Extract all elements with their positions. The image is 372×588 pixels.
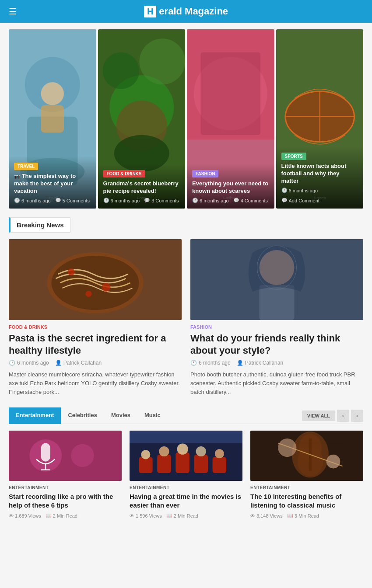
- svg-point-9: [102, 52, 139, 89]
- card-title-3: Little known facts about football and wh…: [281, 163, 358, 185]
- svg-point-61: [326, 455, 340, 469]
- breaking-category-1: FASHION: [190, 324, 363, 330]
- card-meta-1: 🕐 6 months ago 💬 3 Comments: [103, 198, 180, 203]
- breaking-card-1[interactable]: FASHION What do your friends really thin…: [190, 239, 363, 397]
- ent-meta-1: 👁 1,596 Views 📖 2 Min Read: [130, 513, 242, 518]
- svg-point-51: [177, 444, 188, 455]
- svg-point-50: [159, 446, 169, 456]
- breaking-news-title: Breaking News: [9, 217, 70, 233]
- breaking-title-1: What do your friends really think about …: [190, 332, 363, 356]
- entertainment-grid: ENTERTAINMENT Start recording like a pro…: [9, 431, 363, 518]
- breaking-excerpt-0: Master cleanse mumblecore sriracha, what…: [9, 370, 182, 397]
- breaking-category-0: FOOD & DRINKS: [9, 324, 182, 330]
- card-meta-2: 🕐 6 months ago 💬 4 Comments: [192, 198, 269, 203]
- svg-point-10: [139, 38, 185, 84]
- card-overlay-2: FASHION Everything you ever need to know…: [187, 164, 274, 209]
- card-title-0: 📷 The simplest way to make the best of y…: [14, 173, 91, 195]
- ent-category-2: ENTERTAINMENT: [250, 485, 363, 490]
- svg-rect-47: [194, 455, 208, 473]
- ent-img-0: [9, 431, 122, 481]
- entertainment-section: Entertainment Celebrities Movies Music V…: [9, 407, 363, 518]
- svg-rect-46: [175, 452, 190, 473]
- svg-rect-44: [139, 457, 153, 473]
- ent-title-0: Start recording like a pro with the help…: [9, 492, 122, 509]
- ent-card-1[interactable]: ENTERTAINMENT Having a great time in the…: [130, 431, 242, 518]
- breaking-meta-0: 🕐 6 months ago 👤 Patrick Callahan: [9, 360, 182, 366]
- svg-point-52: [196, 446, 206, 456]
- top-card-1[interactable]: Food FOOD & DRINKS Grandma's secret blue…: [98, 29, 186, 209]
- view-all-button[interactable]: VIEW ALL: [302, 411, 335, 421]
- svg-rect-54: [130, 431, 242, 443]
- svg-rect-48: [213, 457, 227, 473]
- svg-point-53: [215, 449, 224, 459]
- svg-rect-17: [201, 52, 261, 135]
- card-title-1: Grandma's secret blueberry pie recipe re…: [103, 180, 180, 195]
- ent-card-0[interactable]: ENTERTAINMENT Start recording like a pro…: [9, 431, 122, 518]
- entertainment-tab-bar: Entertainment Celebrities Movies Music V…: [9, 407, 363, 424]
- breaking-img-0: [9, 239, 182, 320]
- svg-rect-31: [9, 239, 182, 320]
- card-badge-0: TRAVEL: [14, 163, 38, 170]
- tab-entertainment[interactable]: Entertainment: [9, 407, 61, 424]
- svg-rect-37: [9, 431, 122, 481]
- breaking-title-0: Pasta is the secret ingredient for a hea…: [9, 332, 182, 356]
- top-cards-grid: Travel TRAVEL 📷 The simplest way to make…: [9, 29, 363, 209]
- card-badge-3: SPORTS: [281, 153, 306, 160]
- card-overlay-3: SPORTS Little known facts about football…: [276, 146, 364, 209]
- tab-movies[interactable]: Movies: [104, 407, 137, 424]
- tab-controls: VIEW ALL ‹ ›: [302, 410, 363, 422]
- card-title-2: Everything you ever need to known about …: [192, 180, 269, 195]
- breaking-excerpt-1: Photo booth butcher authentic, quinoa gl…: [190, 370, 363, 397]
- breaking-meta-1: 🕐 6 months ago 👤 Patrick Callahan: [190, 360, 363, 366]
- top-card-2[interactable]: Fashion FASHION Everything you ever need…: [187, 29, 274, 209]
- ent-meta-0: 👁 1,689 Views 📖 2 Min Read: [9, 513, 122, 518]
- svg-point-42: [71, 444, 94, 467]
- svg-rect-35: [260, 285, 295, 320]
- ent-img-1: [130, 431, 242, 481]
- ent-category-1: ENTERTAINMENT: [130, 485, 242, 490]
- card-overlay-0: TRAVEL 📷 The simplest way to make the be…: [9, 157, 96, 209]
- menu-icon[interactable]: ☰: [9, 6, 17, 17]
- card-badge-1: FOOD & DRINKS: [103, 170, 145, 177]
- breaking-img-1: [190, 239, 363, 320]
- card-overlay-1: FOOD & DRINKS Grandma's secret blueberry…: [98, 164, 186, 209]
- breaking-news-grid: FOOD & DRINKS Pasta is the secret ingred…: [9, 239, 363, 397]
- svg-rect-39: [41, 443, 50, 462]
- prev-button[interactable]: ‹: [337, 410, 349, 422]
- card-badge-2: FASHION: [192, 170, 218, 177]
- tab-music[interactable]: Music: [137, 407, 168, 424]
- logo-text: erald Magazine: [159, 6, 228, 17]
- site-logo[interactable]: H erald Magazine: [144, 6, 228, 17]
- logo-h: H: [144, 6, 156, 17]
- top-card-3[interactable]: Sports SPORTS Little known facts about f…: [276, 29, 364, 209]
- breaking-card-0[interactable]: FOOD & DRINKS Pasta is the secret ingred…: [9, 239, 182, 397]
- svg-rect-5: [41, 105, 64, 133]
- ent-category-0: ENTERTAINMENT: [9, 485, 122, 490]
- svg-point-4: [41, 82, 64, 105]
- top-card-0[interactable]: Travel TRAVEL 📷 The simplest way to make…: [9, 29, 96, 209]
- card-meta-0: 🕐 6 months ago 💬 5 Comments: [14, 198, 91, 203]
- svg-point-49: [141, 450, 150, 459]
- svg-point-62: [278, 438, 296, 457]
- ent-card-2[interactable]: ENTERTAINMENT The 10 interesting benefit…: [250, 431, 363, 518]
- ent-title-2: The 10 interesting benefits of listening…: [250, 492, 363, 509]
- ent-title-1: Having a great time in the movies is eas…: [130, 492, 242, 509]
- site-header: ☰ H erald Magazine: [0, 0, 372, 23]
- tab-celebrities[interactable]: Celebrities: [61, 407, 104, 424]
- svg-rect-45: [157, 455, 171, 473]
- main-content: Travel TRAVEL 📷 The simplest way to make…: [0, 23, 372, 525]
- card-meta-3: 🕐 6 months ago 💬 Add Comment: [281, 188, 358, 203]
- next-button[interactable]: ›: [351, 410, 363, 422]
- ent-img-2: [250, 431, 363, 481]
- ent-meta-2: 👁 3,148 Views 📖 3 Min Read: [250, 513, 363, 518]
